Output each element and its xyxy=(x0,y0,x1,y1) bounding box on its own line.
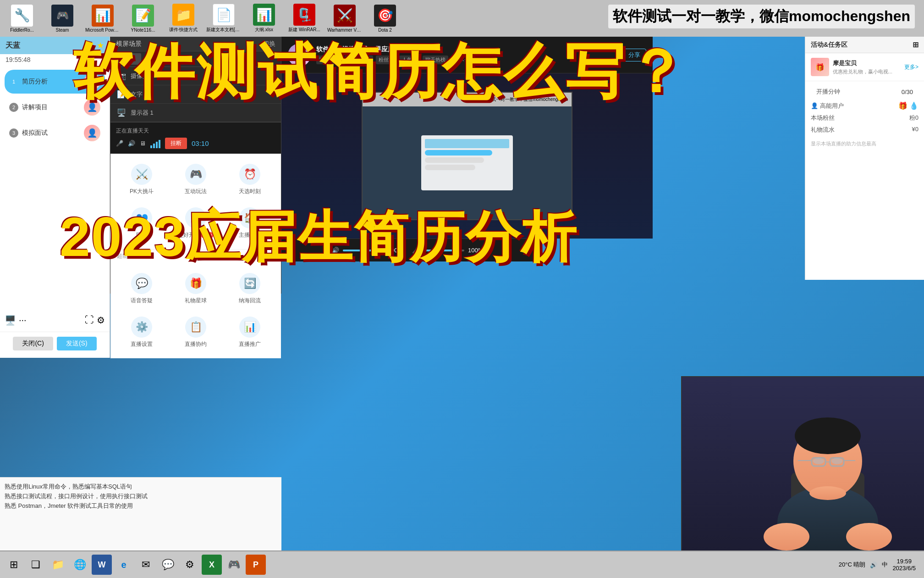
nav-dot-3: 3 xyxy=(9,128,18,138)
flow-action-icon[interactable]: 💧 xyxy=(909,101,918,110)
taskbar-icon-warhammer-label: Warhammer Vermintide... xyxy=(327,28,362,33)
files-button[interactable]: 📁 xyxy=(48,555,68,575)
settings2-icon: ⚙️ xyxy=(131,317,152,338)
settings-icon[interactable]: ⚙ xyxy=(97,315,105,326)
windows-icon: ⊞ xyxy=(10,559,18,571)
activity-item-sub: 优惠抢兑礼物，赢小电视... xyxy=(833,68,892,75)
edge-button[interactable]: e xyxy=(114,555,134,575)
right-panel-header: 活动&任务区 ⊞ xyxy=(805,37,924,53)
signal-bar-3 xyxy=(156,142,158,148)
taskbar-icon-ynote[interactable]: 📝 YNote116... xyxy=(125,3,161,34)
nav-label-2: 讲解项目 xyxy=(22,103,48,111)
obs-source-display-label: 显示器 1 xyxy=(131,109,154,117)
taskbar-icon-fiddler[interactable]: 🔧 FiddlerRo... xyxy=(4,3,40,34)
stop-broadcast-btn[interactable]: 挂断 xyxy=(165,138,187,149)
webcam-area xyxy=(681,376,924,578)
activity-featured-item[interactable]: 🎁 摩是宝贝 优惠抢兑礼物，赢小电视... 更多> xyxy=(805,53,924,81)
kaibo-value: 0/30 xyxy=(896,88,918,96)
func-protocol[interactable]: 📋 直播协约 xyxy=(169,311,222,354)
browser-button[interactable]: 🌐 xyxy=(70,555,90,575)
screen-share-icon[interactable]: 🖥️ xyxy=(5,315,16,326)
activity-item-title: 摩是宝贝 xyxy=(833,59,892,67)
overlay-title: 软件测试简历怎么写？ xyxy=(73,39,741,105)
taskbar-icon-course[interactable]: 📁 课件·快捷方式 xyxy=(165,2,202,35)
taskbar-bottom: ⊞ ❑ 📁 🌐 W e ✉ 💬 ⚙ X 🎮 P 20°C 晴朗 🔊 中 19:5… xyxy=(0,550,924,578)
func-promote[interactable]: 📊 直播推广 xyxy=(223,311,276,354)
send-button[interactable]: 发送(S) xyxy=(57,337,97,350)
show-tip[interactable]: 显示本场直播的助力信息最高 xyxy=(811,140,918,147)
speaker-btn[interactable]: 🔊 xyxy=(128,140,135,147)
func-gift-planet[interactable]: 🎁 礼物星球 xyxy=(169,267,222,310)
nav-label-3: 模拟面试 xyxy=(22,129,48,137)
taskbar-icon-powerpoint[interactable]: 📊 Microsoft PowerPo... xyxy=(84,3,121,34)
fans-label: 本场粉丝 xyxy=(811,114,835,122)
func-nahai[interactable]: 🔄 纳海回流 xyxy=(223,267,276,310)
clock: 19:59 xyxy=(892,558,916,565)
taskbar-icon-winrar[interactable]: 🗜️ 新建 WinRAR... xyxy=(286,2,323,35)
mail-button[interactable]: ✉ xyxy=(136,555,156,575)
network-icon[interactable]: 中 xyxy=(882,561,888,569)
protocol-icon: 📋 xyxy=(185,317,206,338)
func-interactive[interactable]: 🎮 互动玩法 xyxy=(169,158,222,201)
nav-dot-1: 1 xyxy=(9,77,18,86)
more-link[interactable]: 更多> xyxy=(904,63,918,71)
wechat-button[interactable]: 💬 xyxy=(158,555,178,575)
nested-item-3 xyxy=(425,165,475,170)
taskbar-icon-ynote-label: YNote116... xyxy=(131,28,155,33)
expand-icon[interactable]: ⊞ xyxy=(913,40,918,49)
gift-planet-icon: 🎁 xyxy=(185,273,206,294)
taskbar-icon-steam[interactable]: 🎮 Steam xyxy=(44,3,81,34)
activity-featured-info: 摩是宝贝 优惠抢兑礼物，赢小电视... xyxy=(833,59,892,75)
steam-bottom-button[interactable]: 🎮 xyxy=(224,555,244,575)
nav-item-3[interactable]: 3 模拟面试 👤 xyxy=(5,121,105,145)
func-voice[interactable]: 💬 语音答疑 xyxy=(115,267,168,310)
taskbar-icon-excel[interactable]: 📊 大纲.xlsx xyxy=(246,2,282,35)
func-gift-planet-label: 礼物星球 xyxy=(185,297,207,305)
func-protocol-label: 直播协约 xyxy=(185,340,207,348)
high-user-row: 👤 高能用户 🎁 💧 xyxy=(811,101,918,110)
weather: 20°C 晴朗 xyxy=(839,561,866,569)
nested-desktop xyxy=(363,106,572,219)
taskbar-icon-newtxt[interactable]: 📄 新建文本文档[百度答...版].V2... xyxy=(205,2,242,35)
ellipsis-icon[interactable]: ··· xyxy=(19,315,27,326)
activity-stats: 开播分钟 0/30 👤 高能用户 🎁 💧 本场粉丝 粉0 礼物流水 ¥0 显示本… xyxy=(805,81,924,151)
obs-source-display[interactable]: 🖥️ 显示器 1 xyxy=(110,104,281,122)
func-pk[interactable]: ⚔️ PK大挑斗 xyxy=(115,158,168,201)
svg-point-11 xyxy=(813,458,824,464)
taskbar-icon-warhammer[interactable]: ⚔️ Warhammer Vermintide... xyxy=(326,3,363,34)
taskbar-icon-fiddler-label: FiddlerRo... xyxy=(10,28,34,33)
excel-bottom-button[interactable]: X xyxy=(202,555,222,575)
mic-btn[interactable]: 🎤 xyxy=(116,140,123,147)
close-button[interactable]: 关闭(C) xyxy=(13,337,53,350)
nested-window-header xyxy=(425,139,509,148)
func-settings2[interactable]: ⚙️ 直播设置 xyxy=(115,311,168,354)
taskbar-right: 20°C 晴朗 🔊 中 19:59 2023/6/5 xyxy=(839,558,920,572)
bottom-text-panel: 熟悉使用Linux常用命令，熟悉编写基本SQL语句 熟悉接口测试流程，接口用例设… xyxy=(0,477,281,550)
avatar-3: 👤 xyxy=(84,125,100,141)
gift-action-icon[interactable]: 🎁 xyxy=(898,101,908,110)
bottom-controls: 关闭(C) 发送(S) xyxy=(0,332,110,358)
bottom-text-line3: 熟悉 Postman，Jmeter 软件测试工具日常的使用 xyxy=(5,501,277,511)
promo-text: 软件测试一对一教学，微信momochengshen xyxy=(608,5,915,28)
task-view-button[interactable]: ❑ xyxy=(26,555,46,575)
func-tianchan[interactable]: ⏰ 天选时刻 xyxy=(223,158,276,201)
fullscreen-icon[interactable]: ⛶ xyxy=(85,315,94,326)
settings-bottom-button[interactable]: ⚙ xyxy=(180,555,200,575)
taskbar-icon-dota2[interactable]: 🎯 Dota 2 xyxy=(367,3,403,34)
datetime-display[interactable]: 19:59 2023/6/5 xyxy=(892,558,916,572)
ppt-bottom-button[interactable]: P xyxy=(246,555,266,575)
svg-point-12 xyxy=(831,458,842,464)
taskbar-icon-winrar-label: 新建 WinRAR... xyxy=(288,27,320,33)
taskbar-icon-powerpoint-label: Microsoft PowerPo... xyxy=(85,28,120,33)
broadcast-time-row: 🎤 🔊 🖥 挂断 03:10 xyxy=(116,138,275,149)
word-button[interactable]: W xyxy=(92,555,112,575)
signal-bars xyxy=(150,139,160,148)
start-button[interactable]: ⊞ xyxy=(4,555,24,575)
kaibo-label: 开播分钟 xyxy=(811,85,846,99)
wechat-icon: 💬 xyxy=(162,559,174,571)
display-icon: 🖥️ xyxy=(117,108,126,117)
sound-icon[interactable]: 🔊 xyxy=(870,561,877,568)
func-nahai-label: 纳海回流 xyxy=(239,297,261,305)
func-pk-label: PK大挑斗 xyxy=(130,188,154,195)
screen-btn[interactable]: 🖥 xyxy=(140,140,146,147)
